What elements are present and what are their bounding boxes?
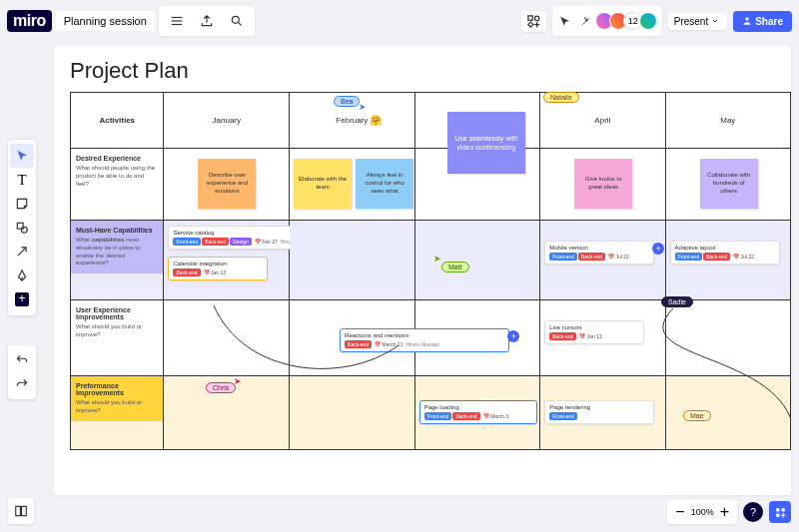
svg-rect-13 <box>776 508 779 511</box>
svg-line-10 <box>18 248 26 256</box>
left-toolbar: T + <box>8 140 36 315</box>
collaborator-avatars[interactable]: 12 <box>599 12 657 30</box>
collaborator-cursor: Bea <box>334 96 360 107</box>
task-card[interactable]: Page rendering Front-end <box>544 400 654 424</box>
apps-button[interactable] <box>521 11 546 32</box>
board-title: Project Plan <box>70 58 189 84</box>
reactions-button[interactable] <box>769 501 791 523</box>
collaborator-cursor: Sadie <box>661 296 693 307</box>
svg-rect-15 <box>776 513 779 516</box>
sticky-note[interactable]: Collaborate with hundreds of others <box>700 159 758 209</box>
svg-rect-5 <box>528 15 532 19</box>
row-header: User Experience ImprovementsWhat should … <box>71 300 163 345</box>
month-header: January <box>164 93 290 149</box>
task-card[interactable]: Live cursors Back-end📅 Jan 13 <box>544 320 644 344</box>
collaborator-cursor: Chris <box>206 382 236 393</box>
month-header: May <box>665 93 790 149</box>
frames-button[interactable] <box>8 498 34 524</box>
row-header: Preformance ImprovementsWhat should you … <box>71 376 163 421</box>
task-card[interactable]: Adaptive layout Front-endBack-end📅 Jul 2… <box>670 241 780 265</box>
share-label: Share <box>755 16 783 27</box>
zoom-in-button[interactable]: + <box>720 503 729 521</box>
export-icon[interactable] <box>195 9 219 33</box>
top-right: 12 Present Share <box>521 6 792 36</box>
task-card[interactable]: Calendar integration Back-end📅 Jan 13 <box>168 257 268 280</box>
board-canvas[interactable]: Project Plan Activities January February… <box>54 46 791 495</box>
search-icon[interactable] <box>225 9 249 33</box>
svg-point-7 <box>746 17 749 20</box>
top-left: miro Planning session <box>7 6 255 36</box>
pen-tool[interactable] <box>10 264 34 287</box>
svg-point-3 <box>232 16 239 23</box>
avatar[interactable] <box>639 12 657 30</box>
arrow-tool[interactable] <box>10 240 34 264</box>
collaborator-cursor: Mae <box>683 410 711 421</box>
sticky-note[interactable]: Elaborate with the team <box>294 159 352 209</box>
board-name[interactable]: Planning session <box>56 11 155 31</box>
add-tool[interactable]: + <box>10 287 34 311</box>
cursor-arrow-icon: ➤ <box>359 102 367 112</box>
svg-rect-14 <box>781 508 784 511</box>
plan-grid: Activities January February🤗 March April… <box>70 92 791 450</box>
cursor-icon[interactable] <box>557 9 573 33</box>
sticky-note[interactable]: Use seamlessly with video conferencing <box>447 112 525 174</box>
present-button[interactable]: Present <box>668 13 727 30</box>
task-card[interactable]: Page loading Front-endBack-end📅 March 3 <box>419 400 537 424</box>
zoom-out-button[interactable]: − <box>675 503 684 521</box>
undo-redo-panel <box>8 345 36 399</box>
cursor-arrow-icon: ➤ <box>234 376 242 386</box>
svg-rect-12 <box>22 506 27 515</box>
row-header: Must-Have CapabilitiesWhat capabilities … <box>71 221 163 273</box>
zoom-level[interactable]: 100% <box>691 507 714 517</box>
svg-point-6 <box>534 16 538 20</box>
help-button[interactable]: ? <box>743 502 763 522</box>
redo-button[interactable] <box>10 372 34 396</box>
undo-button[interactable] <box>10 348 34 372</box>
row-header: Desired ExperienceWhat should people usi… <box>71 149 163 194</box>
svg-line-4 <box>238 22 241 25</box>
activities-header: Activities <box>71 93 164 149</box>
select-tool[interactable] <box>10 144 34 168</box>
collaborator-cursor: Matt <box>441 262 469 272</box>
miro-logo[interactable]: miro <box>7 10 52 32</box>
svg-rect-11 <box>16 506 21 515</box>
shape-tool[interactable] <box>10 216 34 240</box>
sticky-note[interactable]: Describe user experience and emotions <box>198 159 256 209</box>
text-tool[interactable]: T <box>10 168 34 192</box>
share-button[interactable]: Share <box>733 11 792 32</box>
emoji-reaction: 🤗 <box>370 115 382 126</box>
sticky-note[interactable]: Always feel in control for who sees what <box>356 159 413 209</box>
task-card[interactable]: Mobile version Front-endBack-end📅 Jul 22 <box>544 241 654 265</box>
top-bar: miro Planning session 12 Present Share <box>7 7 792 35</box>
hamburger-icon[interactable] <box>165 9 189 33</box>
sticky-note[interactable]: Give kudos to great ideas <box>574 159 632 209</box>
collaborator-cursor: Natalie <box>543 92 579 103</box>
present-label: Present <box>674 16 708 27</box>
svg-point-9 <box>21 227 27 233</box>
sticky-tool[interactable] <box>10 192 34 216</box>
bottom-right-controls: − 100% + ? <box>667 500 791 524</box>
hide-cursors-icon[interactable] <box>578 9 594 33</box>
cursor-arrow-icon: ➤ <box>433 254 441 264</box>
add-card-button[interactable]: + <box>652 243 664 255</box>
